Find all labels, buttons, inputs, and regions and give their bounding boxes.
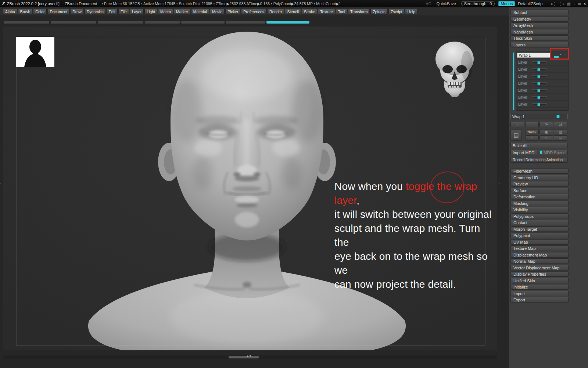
duplicate-layer-icon[interactable]: ▣ [539, 129, 553, 134]
menu-zplugin[interactable]: Zplugin [370, 9, 387, 14]
menu-transform[interactable]: Transform [348, 9, 370, 14]
menu-draw[interactable]: Draw [70, 9, 84, 14]
palette-section-deformation[interactable]: Deformation [510, 194, 569, 199]
layer-transfer-icon[interactable]: ⇄ [554, 122, 567, 127]
horizontal-scrollbar[interactable]: ▲▼ [3, 355, 497, 359]
tray-tab-active[interactable] [266, 21, 309, 24]
default-zscript-button[interactable]: DefaultZScript [518, 1, 544, 6]
layer-intensity-main-slider[interactable]: Wrap 1 [510, 114, 568, 119]
layer-intensity-slider[interactable] [532, 89, 547, 91]
quicksave-button[interactable]: QuickSave [437, 1, 456, 6]
palette-section-polygroups[interactable]: Polygroups [510, 213, 569, 219]
layer-intensity-slider[interactable] [532, 61, 547, 63]
tray-tab[interactable] [226, 21, 265, 24]
palette-section-visibility[interactable]: Visibility [510, 207, 569, 212]
palette-section-thick-skin[interactable]: Thick Skin [510, 35, 569, 41]
tray-tab[interactable] [145, 21, 180, 24]
palette-section-geometry-hd[interactable]: Geometry HD [510, 175, 569, 180]
close-icon[interactable]: × [584, 2, 586, 6]
layer-row[interactable]: Layer [516, 80, 568, 87]
palette-section-nanomesh[interactable]: NanoMesh [510, 29, 569, 35]
palette-section-preview[interactable]: Preview [510, 181, 569, 187]
left-tray-toggle-icon[interactable]: «⋮ [551, 2, 556, 6]
slider-handle[interactable] [537, 96, 540, 99]
layer-intensity-slider[interactable] [532, 103, 547, 105]
document-canvas[interactable]: Now when you toggle the wrap layer, it w… [3, 26, 497, 350]
layer-row[interactable]: Layer [516, 87, 568, 94]
mdd-speed-slider[interactable]: MDD Speed [539, 150, 568, 155]
palette-section-import[interactable]: Import [510, 291, 569, 296]
palette-section-morph-target[interactable]: Morph Target [510, 226, 569, 232]
minimize-icon[interactable]: ↓ [573, 2, 575, 6]
menu-macro[interactable]: Macro [158, 9, 173, 14]
merge-down-icon[interactable]: ≡ [525, 135, 539, 141]
menu-picker[interactable]: Picker [225, 9, 240, 14]
menu-render[interactable]: Render [267, 9, 284, 14]
tray-tab[interactable] [4, 21, 49, 24]
right-tray-toggle-icon[interactable]: ⋮» [559, 2, 565, 6]
palette-section-unified-skin[interactable]: Unified Skin [510, 278, 569, 283]
new-layer-button[interactable]: ▤ [510, 129, 522, 141]
layer-intensity-slider[interactable] [532, 68, 547, 70]
menu-dynamics[interactable]: Dynamics [85, 9, 106, 14]
slider-handle[interactable] [537, 61, 540, 64]
menu-edit[interactable]: Edit [107, 9, 118, 14]
tray-tab[interactable] [181, 21, 225, 24]
palette-section-masking[interactable]: Masking [510, 201, 569, 206]
palette-section-normal-map[interactable]: Normal Map [510, 258, 569, 264]
palette-section-vector-displacement-map[interactable]: Vector Displacement Map [510, 265, 569, 270]
see-through-slider[interactable]: See-through0 [461, 1, 495, 6]
palette-section-surface[interactable]: Surface [510, 188, 569, 193]
slider-handle[interactable] [556, 115, 560, 118]
name-button[interactable]: Name [525, 129, 539, 134]
menu-stroke[interactable]: Stroke [302, 9, 317, 14]
palette-section-displacement-map[interactable]: Displacement Map [510, 252, 569, 258]
menu-layer[interactable]: Layer [130, 9, 144, 14]
scrollbar-arrows-icon[interactable]: ▲▼ [246, 354, 251, 358]
import-mdd-button[interactable]: Import MDD [510, 150, 537, 155]
layer-row[interactable]: Layer [516, 59, 568, 66]
layer-row[interactable]: Layer [516, 73, 568, 80]
palette-section-arraymesh[interactable]: ArrayMesh [510, 22, 569, 28]
layer-intensity-slider[interactable] [532, 75, 547, 77]
menu-light[interactable]: Light [144, 9, 157, 14]
palette-section-export[interactable]: Export [510, 297, 569, 302]
menu-preferences[interactable]: Preferences [241, 9, 266, 14]
menu-marker[interactable]: Marker [174, 9, 190, 14]
record-deformation-button[interactable]: Record Deformation Animation [510, 157, 568, 163]
bake-all-button[interactable]: Bake All [510, 143, 568, 148]
palette-dock-icon[interactable]: ▤ [567, 2, 570, 6]
menu-movie[interactable]: Movie [210, 9, 225, 14]
menu-help[interactable]: Help [405, 9, 417, 14]
layer-intensity-slider[interactable] [532, 82, 547, 84]
menu-zscript[interactable]: Zscript [388, 9, 405, 14]
slider-handle[interactable] [537, 75, 540, 78]
layer-down-icon[interactable]: ↓ [525, 122, 539, 127]
delete-layer-icon[interactable]: ▥ [554, 129, 567, 134]
menus-toggle-button[interactable]: Menus [498, 1, 515, 6]
layer-row[interactable]: Layer [516, 101, 568, 108]
layer-row[interactable]: Layer [516, 94, 568, 101]
palette-section-display-properties[interactable]: Display Properties [510, 271, 569, 277]
invert-layer-icon[interactable]: ≋ [539, 135, 553, 141]
menu-file[interactable]: File [118, 9, 129, 14]
palette-section-contact[interactable]: Contact [510, 220, 569, 225]
menu-color[interactable]: Color [33, 9, 47, 14]
layers-scroll-slider[interactable] [513, 52, 514, 110]
menu-material[interactable]: Material [191, 9, 209, 14]
layer-name-input[interactable]: Wrap 1 [517, 53, 551, 58]
scrollbar-handle[interactable] [229, 356, 259, 358]
menu-brush[interactable]: Brush [18, 9, 32, 14]
palette-section-fibermesh[interactable]: FiberMesh [510, 168, 569, 174]
palette-section-texture-map[interactable]: Texture Map [510, 245, 569, 251]
layer-row[interactable]: Layer [516, 66, 568, 73]
layer-up-icon[interactable]: ↑ [510, 122, 524, 127]
palette-section-initialize[interactable]: Initialize [510, 284, 569, 290]
menu-texture[interactable]: Texture [318, 9, 335, 14]
palette-section-polypaint[interactable]: Polypaint [510, 233, 569, 238]
menu-tool[interactable]: Tool [336, 9, 347, 14]
right-tray-handle[interactable]: › [498, 181, 499, 185]
window-icon[interactable]: ▭ [578, 2, 581, 6]
menu-document[interactable]: Document [47, 9, 69, 14]
menu-alpha[interactable]: Alpha [3, 9, 17, 14]
